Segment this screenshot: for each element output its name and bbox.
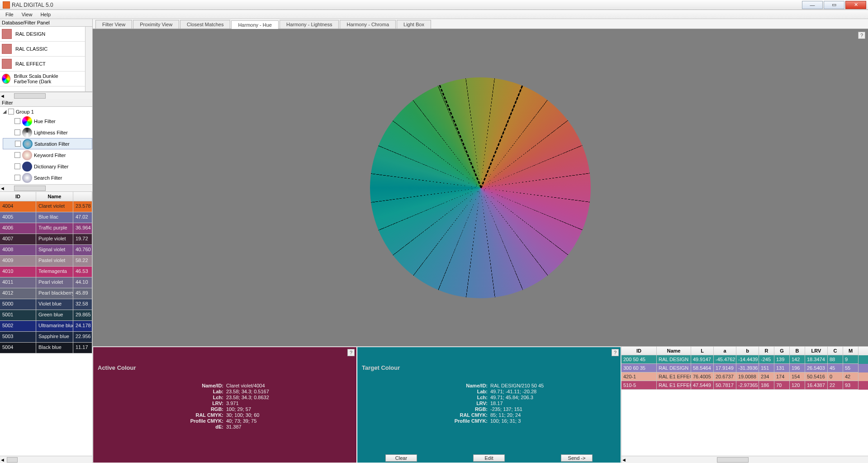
matches-row[interactable]: 200 50 45RAL DESIGN49.9147-45.4762-14.44… [621, 355, 868, 364]
filter-checkbox[interactable] [14, 152, 20, 158]
maximize-button[interactable]: ▭ [824, 1, 844, 9]
filter-item[interactable]: Keyword Filter [3, 149, 92, 161]
colour-row[interactable]: 4007Purple violet19.72 [0, 234, 92, 245]
tab-proximity-view[interactable]: Proximity View [133, 20, 179, 29]
matches-cell: 49.9147 [691, 355, 714, 364]
colour-row[interactable]: 4008Signal violet40.760 [0, 245, 92, 256]
tab-light-box[interactable]: Light Box [397, 20, 431, 29]
matches-cell: 0 [828, 372, 843, 381]
database-item[interactable]: RAL CLASSIC [0, 42, 85, 57]
filter-group-row[interactable]: ◢ Group 1 [3, 108, 92, 115]
colour-row[interactable]: 4011Pearl violet44.10 [0, 277, 92, 288]
matches-row[interactable]: 300 60 35RAL DESIGN58.546417.9149-31.393… [621, 364, 868, 372]
database-swatch-icon [2, 29, 12, 39]
group-checkbox[interactable] [8, 109, 14, 115]
colour-row[interactable]: 4010Telemagenta46.53 [0, 267, 92, 277]
colour-name: Signal violet [36, 245, 73, 256]
colour-row[interactable]: 5003Sapphire blue22.956 [0, 332, 92, 343]
colgrid-header-id[interactable]: ID [0, 192, 36, 201]
filter-checkbox[interactable] [14, 129, 20, 135]
sat-icon [23, 139, 33, 149]
viewport-help-button[interactable]: ? [858, 32, 865, 39]
colour-value: 29.865 [73, 310, 92, 321]
hue-wheel[interactable] [370, 77, 591, 298]
matches-header[interactable]: Name [657, 347, 691, 355]
tab-harmony-chroma[interactable]: Harmony - Chroma [340, 20, 396, 29]
filter-item[interactable]: Lightness Filter [3, 127, 92, 138]
database-item[interactable]: RAL EFFECT [0, 57, 85, 72]
filter-checkbox[interactable] [14, 118, 20, 124]
colour-id: 4012 [0, 288, 36, 299]
colgrid-hscroll[interactable]: ◄ [0, 456, 92, 463]
key-icon [22, 150, 32, 160]
filter-item[interactable]: Search Filter [3, 172, 92, 183]
matches-header[interactable]: R [759, 347, 774, 355]
database-hscroll[interactable]: ◄ [0, 92, 92, 99]
matches-cell: 50.5416 [805, 372, 828, 381]
colgrid-header-extra[interactable] [73, 192, 92, 201]
colour-row[interactable]: 4006Traffic purple36.964 [0, 223, 92, 234]
filter-item[interactable]: Dictionary Filter [3, 161, 92, 172]
clear-button[interactable]: Clear [385, 454, 417, 462]
matches-header[interactable]: b [736, 347, 759, 355]
colour-row[interactable]: 5001Green blue29.865 [0, 310, 92, 321]
matches-hscroll[interactable]: ◄ [621, 456, 868, 463]
tab-filter-view[interactable]: Filter View [95, 20, 132, 29]
edit-button[interactable]: Edit [473, 454, 505, 462]
minimize-button[interactable]: — [802, 1, 823, 9]
matches-header[interactable]: L [691, 347, 714, 355]
colour-row[interactable]: 4004Claret violet23.578 [0, 201, 92, 212]
colour-row[interactable]: 5000Violet blue32.58 [0, 299, 92, 310]
filter-item[interactable]: Hue Filter [3, 115, 92, 127]
prop-value: 100; 29; 57 [226, 406, 299, 412]
titlebar: RAL DIGITAL 5.0 — ▭ ✕ [0, 0, 868, 10]
matches-row[interactable]: 420-1RAL E1 EFFECT76.400520.673719.00882… [621, 372, 868, 381]
matches-cell: 19.0088 [736, 372, 759, 381]
colour-row[interactable]: 5002Ultramarine blue24.178 [0, 321, 92, 332]
dict-icon [22, 162, 32, 172]
colour-row[interactable]: 4012Pearl blackberry45.89 [0, 288, 92, 299]
filter-tree: ◢ Group 1 Hue FilterLightness FilterSatu… [0, 107, 92, 184]
send-button[interactable]: Send -> [561, 454, 593, 462]
close-button[interactable]: ✕ [845, 1, 866, 9]
tab-harmony-lightness[interactable]: Harmony - Lightness [280, 20, 339, 29]
filter-item[interactable]: Saturation Filter [3, 138, 92, 149]
active-help-button[interactable]: ? [347, 349, 355, 356]
database-swatch-icon [2, 44, 12, 54]
target-colour-card: ? Target Colour Name/ID:RAL DESIGN/210 5… [357, 347, 621, 463]
menu-file[interactable]: File [2, 11, 17, 18]
matches-cell: RAL E1 EFFECT [657, 381, 691, 390]
database-scrollbar[interactable] [85, 27, 92, 91]
matches-cell: 18.3474 [805, 355, 828, 364]
tree-expand-icon[interactable]: ◢ [3, 109, 6, 115]
filter-checkbox[interactable] [15, 141, 21, 147]
matches-header[interactable]: B [790, 347, 805, 355]
tab-closest-matches[interactable]: Closest Matches [180, 20, 230, 29]
matches-header[interactable]: G [774, 347, 790, 355]
matches-header[interactable]: C [828, 347, 843, 355]
menu-view[interactable]: View [18, 11, 36, 18]
database-item[interactable]: Brillux Scala Dunkle FarbeTone (Dark [0, 72, 85, 86]
colour-id: 4006 [0, 223, 36, 234]
database-item[interactable]: RAL DESIGN [0, 27, 85, 42]
matches-header[interactable]: ID [621, 347, 657, 355]
colour-value: 46.53 [73, 267, 92, 277]
matches-cell: 139 [774, 355, 790, 364]
filter-checkbox[interactable] [14, 175, 20, 181]
matches-header[interactable]: LRV [805, 347, 828, 355]
filter-hscroll[interactable]: ◄ [0, 184, 92, 191]
matches-row[interactable]: 510-5RAL E1 EFFECT47.544950.7817-2.97365… [621, 381, 868, 390]
tab-harmony-hue[interactable]: Harmony - Hue [231, 20, 279, 29]
matches-cell: 196 [790, 364, 805, 372]
menu-help[interactable]: Help [37, 11, 54, 18]
colour-row[interactable]: 5004Black blue11.17 [0, 343, 92, 353]
colour-row[interactable]: 4005Blue lilac47.02 [0, 212, 92, 223]
matches-cell: 420-1 [621, 372, 657, 381]
colgrid-header-name[interactable]: Name [36, 192, 73, 201]
filter-checkbox[interactable] [14, 163, 20, 169]
prop-value: 40; 73; 39; 75 [226, 418, 299, 424]
target-help-button[interactable]: ? [612, 349, 619, 356]
matches-header[interactable]: a [714, 347, 736, 355]
colour-row[interactable]: 4009Pastel violet58.22 [0, 256, 92, 267]
matches-header[interactable]: M [843, 347, 859, 355]
